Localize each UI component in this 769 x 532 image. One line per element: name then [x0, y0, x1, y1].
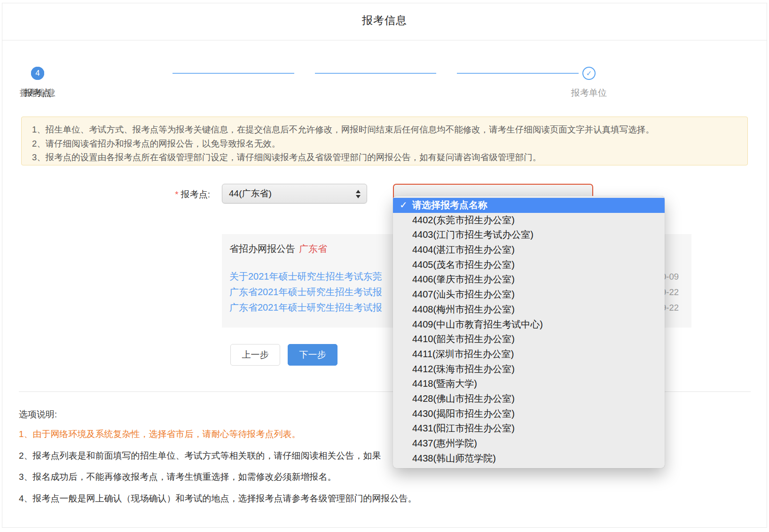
check-icon: ✓ [400, 198, 408, 213]
dropdown-option-label: 请选择报考点名称 [412, 200, 487, 210]
dropdown-option-label: 4411(深圳市招生办公室) [412, 349, 514, 359]
step-label: 报考点 [24, 87, 51, 99]
dropdown-option-label: 4438(韩山师范学院) [412, 453, 496, 463]
notice-box: 1、招生单位、考试方式、报考点等为报考关键信息，在提交信息后不允许修改，网报时间… [21, 117, 748, 165]
dropdown-option[interactable]: ✓ 4438(韩山师范学院) [393, 451, 665, 466]
dropdown-option-label: 4418(暨南大学) [412, 378, 477, 389]
note-item: 4、报考点一般是网上确认（现场确认）和考试的地点，选择报考点请参考各级管理部门的… [19, 493, 752, 515]
dropdown-option[interactable]: ✓ 4405(茂名市招生办公室) [393, 258, 665, 273]
dropdown-option-label: 4437(惠州学院) [412, 438, 477, 448]
step-label: 报考单位 [571, 87, 607, 99]
page-title: 报考信息 [0, 13, 769, 28]
step-connector [315, 73, 436, 74]
dropdown-option[interactable]: ✓ 4412(珠海市招生办公室) [393, 362, 665, 377]
dropdown-option-label: 4410(韶关市招生办公室) [412, 334, 515, 344]
dropdown-option-label: 4430(揭阳市招生办公室) [412, 408, 515, 419]
announcement-link[interactable]: 关于2021年硕士研究生招生考试东莞 [229, 269, 382, 284]
dropdown-option[interactable]: ✓ 4409(中山市教育招生考试中心) [393, 317, 665, 332]
dropdown-option-label: 4409(中山市教育招生考试中心) [412, 319, 543, 329]
province-select-value: 44(广东省) [229, 184, 272, 203]
required-asterisk: * [175, 189, 178, 199]
step-circle: ✓ 4 [31, 67, 44, 80]
note-item: 3、报名成功后，不能再修改报考点，请考生慎重选择，如需修改必须新增报名。 [19, 471, 752, 493]
dropdown-option[interactable]: ✓ 4407(汕头市招生办公室) [393, 287, 665, 302]
dropdown-option[interactable]: ✓ 4418(暨南大学) [393, 376, 665, 391]
stepper-step: ✓ 报考单位 [551, 67, 627, 99]
dropdown-option-label: 4407(汕头市招生办公室) [412, 289, 515, 299]
step-connector [173, 73, 294, 74]
step-circle: ✓ [582, 67, 596, 80]
province-select[interactable]: 44(广东省) [222, 184, 367, 203]
notice-line: 3、报考点的设置由各报考点所在省级管理部门设定，请仔细阅读报考点及省级管理部门的… [32, 150, 737, 164]
dropdown-option[interactable]: ✓ 4408(梅州市招生办公室) [393, 302, 665, 317]
select-arrow-down-icon [356, 195, 361, 198]
notice-line: 2、请仔细阅读省招办和报考点的网报公告，以免导致报名无效。 [32, 137, 737, 151]
dropdown-option-label: 4431(阳江市招生办公室) [412, 423, 515, 433]
dropdown-option-label: 4405(茂名市招生办公室) [412, 259, 515, 270]
announcement-link[interactable]: 广东省2021年硕士研究生招生考试报 [229, 284, 382, 300]
announcement-link[interactable]: 广东省2021年硕士研究生招生考试报 [229, 300, 382, 315]
dropdown-option-label: 4408(梅州市招生办公室) [412, 304, 515, 314]
dropdown-option-label: 4404(湛江市招生办公室) [412, 244, 515, 255]
dropdown-option[interactable]: ✓ 4406(肇庆市招生办公室) [393, 272, 665, 287]
dropdown-option[interactable]: ✓ 4428(佛山市招生办公室) [393, 391, 665, 407]
dropdown-option[interactable]: ✓ 4402(东莞市招生办公室) [393, 213, 665, 228]
dropdown-option-label: 4403(江门市招生考试办公室) [412, 229, 534, 240]
dropdown-option[interactable]: ✓ 4403(江门市招生考试办公室) [393, 227, 665, 243]
dropdown-option[interactable]: ✓ 4404(湛江市招生办公室) [393, 243, 665, 258]
dropdown-option[interactable]: ✓ 4437(惠州学院) [393, 436, 665, 451]
announcements-province: 广东省 [299, 243, 327, 254]
exam-site-dropdown: ✓ 请选择报考点名称 ✓ 4402(东莞市招生办公室) ✓ 4403(江门市招生… [393, 196, 665, 468]
dropdown-option-label: 4402(东莞市招生办公室) [412, 215, 515, 225]
stepper: ✓ 报考单位 ✓ 备用信息 ✓ 报考专业 ✓ 4 报考点 [0, 67, 769, 101]
announcements-heading-text: 省招办网报公告 [229, 243, 295, 254]
select-arrow-up-icon [356, 190, 361, 193]
dropdown-option[interactable]: ✓ 4410(韶关市招生办公室) [393, 332, 665, 347]
dropdown-option[interactable]: ✓ 4411(深圳市招生办公室) [393, 347, 665, 362]
prev-step-button[interactable]: 上一步 [230, 344, 280, 366]
dropdown-option[interactable]: ✓ 4431(阳江市招生办公室) [393, 421, 665, 436]
dropdown-option[interactable]: ✓ 请选择报考点名称 [393, 198, 665, 213]
next-step-button[interactable]: 下一步 [288, 344, 337, 366]
dropdown-option[interactable]: ✓ 4430(揭阳市招生办公室) [393, 407, 665, 422]
announcements-heading: 省招办网报公告广东省 [229, 243, 327, 255]
dropdown-option-label: 4406(肇庆市招生办公室) [412, 274, 515, 284]
notes-heading: 选项说明: [19, 408, 57, 421]
stepper-step: ✓ 4 报考点 [0, 67, 75, 99]
dropdown-option-label: 4428(佛山市招生办公室) [412, 393, 515, 404]
notice-line: 1、招生单位、考试方式、报考点等为报考关键信息，在提交信息后不允许修改，网报时间… [32, 123, 737, 137]
check-icon: ✓ [586, 69, 592, 78]
exam-site-field-label: *报考点: [141, 188, 210, 200]
field-label-text: 报考点: [181, 189, 210, 199]
step-number: 4 [35, 69, 39, 78]
header-divider [2, 40, 767, 40]
dropdown-option-label: 4412(珠海市招生办公室) [412, 364, 515, 374]
